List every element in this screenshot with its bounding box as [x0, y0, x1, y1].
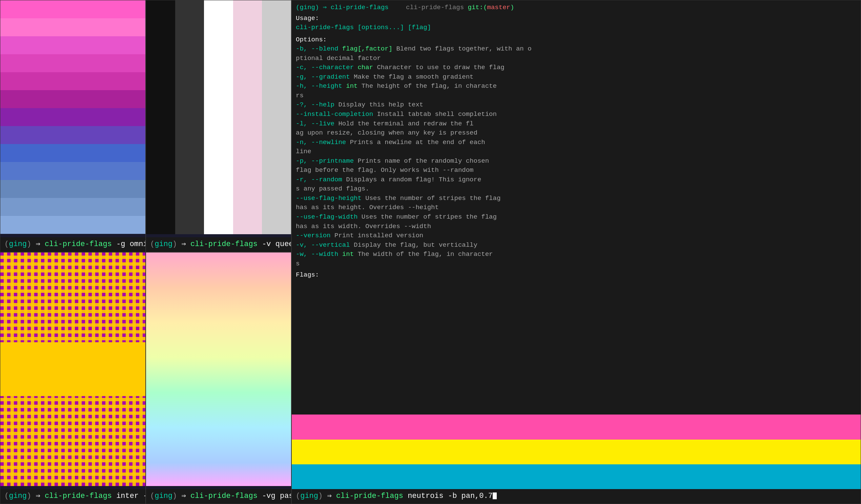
- opt-printname: -p, --printname Prints name of the rando…: [296, 156, 857, 166]
- queerplat-prompt[interactable]: (ging) ⇒ cli-pride-flags -v queerplat: [146, 237, 291, 252]
- opt-random2: s any passed flags.: [296, 185, 857, 194]
- preview-stripe-pink: [292, 414, 861, 439]
- opt-width: -w, --width int The width of the flag, i…: [296, 250, 857, 259]
- prompt-paren2: ): [173, 492, 177, 500]
- preview-stripe-yellow: [292, 440, 861, 464]
- opt-use-width: --use-flag-width Uses the number of stri…: [296, 213, 857, 222]
- opt-version: --version Print installed version: [296, 231, 857, 241]
- flag-stripe: [0, 72, 145, 90]
- prompt-args: -vg pastel: [262, 492, 291, 500]
- flag-stripe: [146, 0, 175, 234]
- opt-use-width2: has as its width. Overrides --width: [296, 222, 857, 231]
- prompt-name: ging: [9, 492, 27, 500]
- flag-stripe: [0, 90, 145, 108]
- prompt-name: ging: [154, 240, 173, 248]
- flag-stripe: [0, 126, 145, 144]
- prompt-name: ging: [9, 240, 27, 248]
- usage-label: Usage:: [296, 14, 857, 23]
- title-git: cli-pride-flags: [406, 4, 468, 11]
- opt-random: -r, --random Displays a random flag! Thi…: [296, 175, 857, 185]
- opt-newline2: line: [296, 147, 857, 156]
- opt-char: -c, --character char Character to use to…: [296, 63, 857, 72]
- opt-use-height: --use-flag-height Uses the number of str…: [296, 194, 857, 203]
- opt-height: -h, --height int The height of the flag,…: [296, 82, 857, 91]
- flag-preview: [292, 414, 861, 489]
- cursor: [493, 492, 497, 499]
- opt-width2: s: [296, 259, 857, 269]
- omnisex-prompt[interactable]: (ging) ⇒ cli-pride-flags -g omnisex: [0, 237, 145, 252]
- prompt-cmd: cli-pride-flags: [45, 492, 112, 500]
- queerplat-flag: [146, 0, 291, 234]
- opt-height2: rs: [296, 91, 857, 101]
- flag-stripe: [0, 108, 145, 126]
- opt-use-height2: has as its height. Overrides --height: [296, 203, 857, 213]
- queerplat-pane: (ging) ⇒ cli-pride-flags -v queerplat: [146, 0, 291, 252]
- opt-help: -?, --help Display this help text: [296, 100, 857, 110]
- title-git-close: ): [510, 4, 514, 11]
- usage-cmd: cli-pride-flags [options...] [flag]: [296, 23, 857, 32]
- opt-printname2: flag before the flag. Only works with --…: [296, 166, 857, 175]
- help-prompt[interactable]: (ging) ⇒ cli-pride-flags neutrois -b pan…: [292, 489, 861, 504]
- flag-stripe: [0, 36, 145, 54]
- prompt-arrow: ⇒: [36, 492, 44, 500]
- prompt-arrow: ⇒: [181, 492, 190, 500]
- opt-blend: -b, --blend flag[,factor] Blend two flag…: [296, 44, 857, 54]
- pastel-prompt[interactable]: (ging) ⇒ cli-pride-flags -vg pastel: [146, 489, 291, 504]
- prompt-args: neutrois -b pan,0.7: [408, 492, 493, 500]
- prompt-paren2: ): [27, 492, 31, 500]
- flag-stripe: [0, 162, 145, 180]
- prompt-arrow: ⇒: [36, 240, 44, 248]
- flag-stripe: [0, 198, 145, 216]
- prompt-paren2: ): [27, 240, 31, 248]
- flag-stripe: [262, 0, 291, 234]
- flag-stripe: [0, 144, 145, 162]
- prompt-paren2: ): [318, 492, 323, 500]
- prompt-paren: (: [150, 492, 154, 500]
- inter-pane: (ging) ⇒ cli-pride-flags inter -c '▪': [0, 252, 146, 504]
- flag-stripe: [0, 216, 145, 234]
- title-line: (ging) ⇒ cli-pride-flags cli-pride-flags…: [296, 3, 857, 13]
- prompt-cmd: cli-pride-flags: [190, 492, 258, 500]
- prompt-arrow: ⇒: [327, 492, 336, 500]
- help-content: (ging) ⇒ cli-pride-flags cli-pride-flags…: [292, 0, 861, 414]
- title-git-label: git:(: [468, 4, 487, 11]
- options-label: Options:: [296, 35, 857, 45]
- inter-yellow-band: [0, 342, 145, 396]
- flag-stripe: [0, 0, 145, 18]
- prompt-paren: (: [296, 492, 300, 500]
- prompt-cmd: cli-pride-flags: [190, 240, 258, 248]
- inter-flag: [0, 253, 145, 486]
- prompt-args: -g omnisex: [116, 240, 145, 248]
- help-pane: (ging) ⇒ cli-pride-flags cli-pride-flags…: [291, 0, 861, 504]
- flags-label: Flags:: [296, 271, 857, 280]
- prompt-paren: (: [150, 240, 154, 248]
- opt-live: -l, --live Hold the terminal and redraw …: [296, 119, 857, 129]
- prompt-paren2: ): [173, 240, 177, 248]
- flag-stripe: [233, 0, 262, 234]
- flag-stripe: [204, 0, 233, 234]
- opt-live2: ag upon resize, closing when any key is …: [296, 128, 857, 138]
- pastel-flag: [146, 253, 291, 486]
- omnisex-flag: [0, 0, 145, 234]
- title-cmd: (ging) ⇒ cli-pride-flags: [296, 4, 389, 11]
- prompt-cmd: cli-pride-flags: [45, 240, 112, 248]
- flag-stripe: [0, 54, 145, 72]
- inter-prompt[interactable]: (ging) ⇒ cli-pride-flags inter -c '▪': [0, 489, 145, 504]
- opt-install: --install-completion Install tabtab shel…: [296, 110, 857, 119]
- flag-stripe: [0, 18, 145, 36]
- preview-stripe-cyan: [292, 464, 861, 489]
- opt-gradient: -g, --gradient Make the flag a smooth gr…: [296, 72, 857, 82]
- prompt-paren: (: [4, 240, 9, 248]
- flag-stripe: [0, 180, 145, 198]
- prompt-args: inter -c '▪': [116, 492, 145, 500]
- prompt-args: -v queerplat: [262, 240, 291, 248]
- title-branch: master: [487, 4, 510, 11]
- prompt-cmd: cli-pride-flags: [336, 492, 403, 500]
- prompt-paren: (: [4, 492, 9, 500]
- pastel-pane: (ging) ⇒ cli-pride-flags -vg pastel: [146, 252, 291, 504]
- opt-vertical: -v, --vertical Display the flag, but ver…: [296, 241, 857, 250]
- prompt-name: ging: [154, 492, 173, 500]
- flag-stripe: [175, 0, 204, 234]
- prompt-name: ging: [300, 492, 318, 500]
- opt-blend2: ptional decimal factor: [296, 54, 857, 63]
